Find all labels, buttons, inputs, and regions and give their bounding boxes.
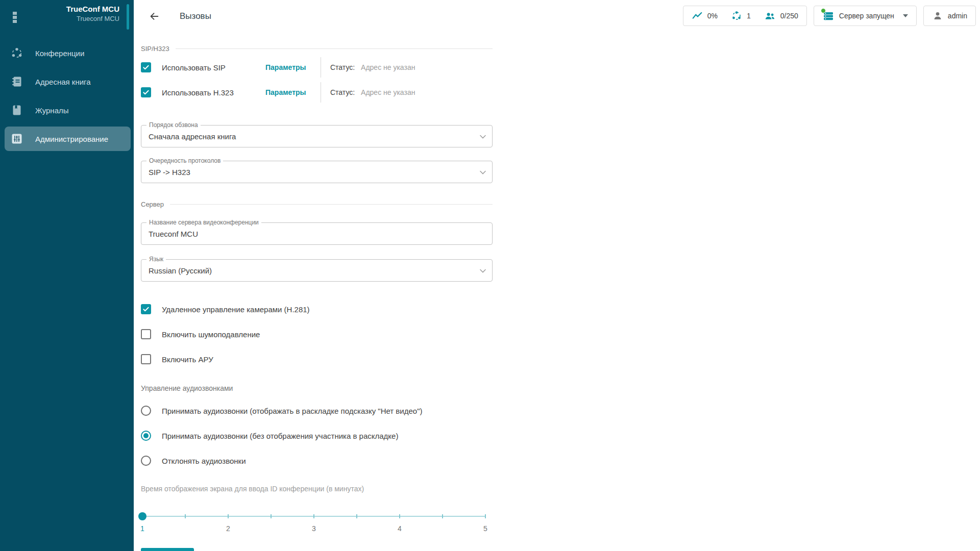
camera-control-checkbox[interactable] xyxy=(141,304,151,314)
sip-status-value: Адрес не указан xyxy=(361,63,415,71)
back-button[interactable] xyxy=(147,9,161,23)
chevron-down-icon xyxy=(480,269,486,273)
server-status-dropdown[interactable]: Сервер запущен xyxy=(814,6,917,26)
audio-group-title: Управление аудиозвонками xyxy=(141,384,634,392)
use-h323-label: Использовать H.323 xyxy=(162,88,234,97)
tick-label: 1 xyxy=(140,524,144,533)
server-stats-box: 0% 1 xyxy=(683,6,807,26)
sip-row: Использовать SIP Параметры Статус: Адрес… xyxy=(141,57,493,78)
page-title: Вызовы xyxy=(180,11,211,21)
sidebar-header: TrueConf MCU Trueconf MCU xyxy=(0,0,134,33)
chevron-down-icon xyxy=(903,14,908,17)
language-value: Russian (Русский) xyxy=(149,266,455,275)
conference-icon xyxy=(11,47,23,59)
save-button[interactable]: Сохранить xyxy=(141,548,194,551)
divider xyxy=(321,82,321,103)
noise-suppression-checkbox[interactable] xyxy=(141,329,151,339)
sidebar-item-conferences[interactable]: Конференции xyxy=(0,39,134,67)
address-book-icon xyxy=(11,76,23,88)
conference-count-icon xyxy=(731,10,742,21)
section-title: SIP/H323 xyxy=(141,45,169,53)
participants-icon xyxy=(764,10,776,22)
administration-icon xyxy=(11,133,23,145)
section-server: Сервер xyxy=(141,201,493,208)
sidebar-item-label: Конференции xyxy=(35,49,84,58)
use-sip-label: Использовать SIP xyxy=(162,63,226,72)
sip-status-label: Статус: xyxy=(330,63,355,71)
accept-audio-hidden-radio[interactable] xyxy=(141,431,151,441)
noise-suppression-label: Включить шумоподавление xyxy=(162,330,260,339)
agc-row: Включить АРУ xyxy=(141,349,634,369)
protocol-order-select[interactable]: Очередность протоколов SIP -> H323 xyxy=(141,161,493,183)
stat-participants: 0/250 xyxy=(764,10,798,22)
server-status-label: Сервер запущен xyxy=(839,12,894,20)
tick-label: 4 xyxy=(398,524,402,533)
sidebar-item-address-book[interactable]: Адресная книга xyxy=(0,67,134,96)
sidebar-item-label: Администрирование xyxy=(35,135,108,143)
conference-count: 1 xyxy=(747,12,751,20)
audio-option-row: Принимать аудиозвонки (отображать в раск… xyxy=(141,400,634,421)
agc-label: Включить АРУ xyxy=(162,355,213,364)
h323-row: Использовать H.323 Параметры Статус: Адр… xyxy=(141,82,493,103)
language-label: Язык xyxy=(146,256,166,263)
sip-parameters-link[interactable]: Параметры xyxy=(265,63,321,71)
section-title: Сервер xyxy=(141,201,164,208)
call-order-value: Сначала адресная книга xyxy=(149,132,455,141)
user-icon xyxy=(932,10,943,21)
protocol-order-value: SIP -> H323 xyxy=(149,168,455,177)
stat-load: 0% xyxy=(692,10,718,21)
participants-count: 0/250 xyxy=(780,12,798,20)
protocol-order-label: Очередность протоколов xyxy=(146,157,223,164)
journals-icon xyxy=(11,104,23,116)
h323-status-label: Статус: xyxy=(330,88,355,96)
menu-handle-icon[interactable] xyxy=(13,12,17,23)
server-name-label: Название сервера видеоконференции xyxy=(146,219,261,226)
username: admin xyxy=(948,12,967,20)
tick-label: 5 xyxy=(483,524,487,533)
chevron-down-icon xyxy=(480,135,486,139)
accept-audio-hint-label: Принимать аудиозвонки (отображать в раск… xyxy=(162,407,422,415)
accept-audio-hidden-label: Принимать аудиозвонки (без отображения у… xyxy=(162,432,398,440)
divider xyxy=(321,57,321,78)
check-icon xyxy=(142,306,150,313)
back-arrow-icon xyxy=(149,11,160,22)
use-h323-checkbox[interactable] xyxy=(141,87,151,97)
reject-audio-label: Отклонять аудиозвонки xyxy=(162,457,246,465)
app-title: TrueConf MCU xyxy=(66,4,119,14)
section-sip-h323: SIP/H323 xyxy=(141,45,493,53)
stat-conferences: 1 xyxy=(731,10,751,21)
tick-label: 3 xyxy=(312,524,316,533)
reject-audio-radio[interactable] xyxy=(141,456,151,466)
server-name-input[interactable] xyxy=(149,230,455,238)
h323-status-value: Адрес не указан xyxy=(361,88,415,96)
sidebar: TrueConf MCU Trueconf MCU Конференции xyxy=(0,0,134,551)
check-icon xyxy=(142,89,150,96)
check-icon xyxy=(142,64,150,71)
call-order-select[interactable]: Порядок обзвона Сначала адресная книга xyxy=(141,125,493,147)
sidebar-scrollbar[interactable] xyxy=(127,4,129,30)
use-sip-checkbox[interactable] xyxy=(141,62,151,72)
topbar: Вызовы 0% 1 xyxy=(134,0,980,33)
server-running-indicator xyxy=(821,8,826,13)
camera-control-row: Удаленное управление камерами (H.281) xyxy=(141,299,634,319)
camera-control-label: Удаленное управление камерами (H.281) xyxy=(162,305,310,314)
server-name: Trueconf MCU xyxy=(66,14,119,23)
agc-checkbox[interactable] xyxy=(141,354,151,364)
language-select[interactable]: Язык Russian (Русский) xyxy=(141,259,493,282)
audio-option-row: Принимать аудиозвонки (без отображения у… xyxy=(141,425,634,446)
h323-parameters-link[interactable]: Параметры xyxy=(265,88,321,96)
audio-option-row: Отклонять аудиозвонки xyxy=(141,450,634,471)
sidebar-item-label: Журналы xyxy=(35,106,69,115)
noise-suppression-row: Включить шумоподавление xyxy=(141,324,634,344)
server-name-field: Название сервера видеоконференции xyxy=(141,222,493,245)
sidebar-item-administration[interactable]: Администрирование xyxy=(5,127,131,151)
user-menu[interactable]: admin xyxy=(923,6,976,26)
tick-label: 2 xyxy=(226,524,230,533)
slider-thumb[interactable] xyxy=(138,512,146,520)
sidebar-item-journals[interactable]: Журналы xyxy=(0,96,134,124)
sidebar-item-label: Адресная книга xyxy=(35,78,91,86)
accept-audio-hint-radio[interactable] xyxy=(141,406,151,416)
load-value: 0% xyxy=(707,12,718,20)
conference-id-timeout-slider[interactable]: 1 2 3 4 5 xyxy=(142,508,485,536)
trending-up-icon xyxy=(692,10,703,21)
